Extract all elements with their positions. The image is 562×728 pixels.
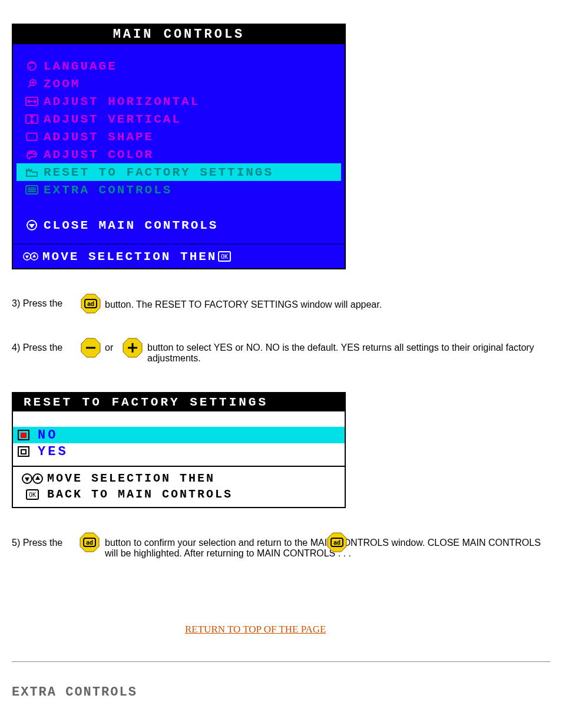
- reset-footer: MOVE SELECTION THEN OK BACK TO MAIN CONT…: [13, 467, 345, 507]
- adjust-shape-icon: [20, 131, 44, 143]
- ok-icon: OK: [18, 489, 47, 500]
- instruction-step4-mid: or: [105, 342, 113, 353]
- return-to-top-link[interactable]: RETURN TO TOP OF THE PAGE: [185, 624, 326, 635]
- menu-item-label: EXTRA CONTROLS: [44, 183, 172, 197]
- svg-text:OK: OK: [221, 253, 228, 260]
- plus-button[interactable]: [123, 338, 143, 358]
- close-label: CLOSE MAIN CONTROLS: [44, 219, 218, 232]
- menu-item-label: LANGUAGE: [44, 60, 117, 73]
- menu-item-language[interactable]: LANGUAGE: [16, 57, 341, 75]
- menu-item-zoom[interactable]: ZOOM: [16, 75, 341, 93]
- svg-text:ad: ad: [333, 539, 340, 546]
- svg-marker-19: [25, 255, 29, 258]
- menu-item-label: ADJUST HORIZONTAL: [44, 95, 200, 108]
- svg-text:OK: OK: [29, 492, 36, 498]
- instr-text: 5) Press the: [12, 538, 62, 548]
- divider: [12, 661, 550, 662]
- reset-option-label: YES: [38, 444, 68, 459]
- footer-text: MOVE SELECTION THEN: [42, 250, 217, 263]
- ok-icon: OK: [218, 251, 231, 262]
- reset-option-no[interactable]: NO: [13, 427, 345, 443]
- svg-text:ad: ad: [87, 301, 94, 307]
- zoom-icon: [20, 78, 44, 90]
- menu-item-label: RESET TO FACTORY SETTINGS: [44, 166, 273, 179]
- language-icon: [20, 60, 44, 72]
- main-controls-osd: MAIN CONTROLS LANGUAGE ZOOM ADJUST HORIZ…: [12, 24, 346, 269]
- svg-marker-21: [32, 254, 36, 257]
- reset-footer2: BACK TO MAIN CONTROLS: [47, 487, 233, 501]
- svg-point-11: [34, 153, 35, 154]
- adjust-color-icon: [20, 149, 44, 160]
- instruction-step3-suffix: button. The RESET TO FACTORY SETTINGS wi…: [105, 299, 553, 310]
- reset-factory-icon: [20, 166, 44, 178]
- up-down-icon: [18, 473, 47, 485]
- menu-item-reset-factory[interactable]: RESET TO FACTORY SETTINGS: [16, 163, 341, 181]
- reset-footer1: MOVE SELECTION THEN: [47, 472, 215, 485]
- menu-item-extra-controls[interactable]: EXTRA CONTROLS: [16, 181, 341, 199]
- menu-item-close[interactable]: CLOSE MAIN CONTROLS: [16, 216, 341, 234]
- menu-item-adjust-color[interactable]: ADJUST COLOR: [16, 146, 341, 163]
- main-controls-body: LANGUAGE ZOOM ADJUST HORIZONTAL ADJUST V…: [13, 44, 345, 243]
- svg-line-2: [28, 85, 31, 87]
- main-controls-title: MAIN CONTROLS: [13, 25, 345, 44]
- menu-item-adjust-horizontal[interactable]: ADJUST HORIZONTAL: [16, 93, 341, 110]
- svg-point-9: [29, 153, 30, 154]
- menu-item-adjust-vertical[interactable]: ADJUST VERTICAL: [16, 110, 341, 128]
- ok-button[interactable]: ad: [327, 532, 347, 552]
- svg-marker-17: [29, 224, 35, 228]
- adjust-vertical-icon: [20, 113, 44, 125]
- ok-button[interactable]: ad: [81, 294, 101, 314]
- menu-item-label: ADJUST VERTICAL: [44, 113, 181, 126]
- menu-item-label: ZOOM: [44, 77, 80, 91]
- instr-text: button. The RESET TO FACTORY SETTINGS wi…: [105, 299, 382, 309]
- svg-marker-35: [35, 476, 40, 480]
- reset-option-yes[interactable]: YES: [13, 443, 345, 460]
- instruction-step4-suffix: button to select YES or NO. NO is the de…: [147, 342, 554, 364]
- reset-title: RESET TO FACTORY SETTINGS: [13, 393, 345, 411]
- svg-point-10: [31, 152, 32, 153]
- extra-controls-icon: [20, 184, 44, 196]
- reset-option-label: NO: [38, 428, 58, 443]
- radio-selected-icon: [18, 430, 29, 440]
- section-heading-extra-controls: EXTRA CONTROLS: [12, 685, 137, 700]
- reset-osd: RESET TO FACTORY SETTINGS NO YES MOVE SE…: [12, 392, 346, 508]
- up-down-icon: [19, 251, 42, 262]
- main-controls-footer: MOVE SELECTION THEN OK: [13, 245, 345, 268]
- instr-text: button to confirm your selection and ret…: [105, 538, 541, 558]
- instr-text: 4) Press the: [12, 342, 62, 353]
- adjust-horizontal-icon: [20, 95, 44, 107]
- instr-text: or: [105, 342, 113, 353]
- menu-item-label: ADJUST SHAPE: [44, 130, 154, 144]
- instr-text: 3) Press the: [12, 298, 62, 308]
- instr-text: button to select YES or NO. NO is the de…: [147, 342, 534, 363]
- svg-text:ad: ad: [86, 539, 93, 546]
- minus-button[interactable]: [81, 338, 101, 358]
- menu-item-adjust-shape[interactable]: ADJUST SHAPE: [16, 128, 341, 146]
- ok-button[interactable]: ad: [80, 532, 100, 552]
- reset-body: NO YES: [13, 427, 345, 460]
- menu-item-label: ADJUST COLOR: [44, 148, 154, 162]
- radio-unselected-icon: [18, 446, 29, 457]
- svg-marker-33: [25, 477, 29, 482]
- close-nav-icon: [20, 219, 44, 231]
